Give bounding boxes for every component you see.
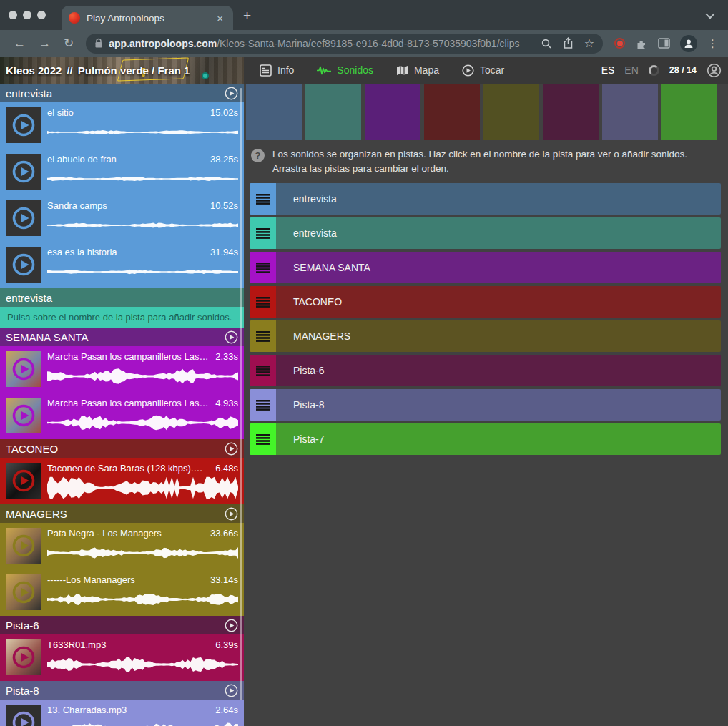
clip-waveform[interactable] (47, 476, 238, 499)
browser-menu-icon[interactable]: ⋮ (707, 37, 718, 50)
clip-thumbnail[interactable] (6, 398, 41, 433)
clip-play-icon[interactable] (11, 112, 36, 138)
clip-waveform[interactable] (47, 588, 238, 611)
clip-play-icon[interactable] (11, 205, 36, 231)
window-zoom-button[interactable] (37, 11, 46, 19)
record-indicator-icon[interactable] (614, 38, 625, 49)
clip-thumbnail[interactable] (6, 200, 41, 236)
tab-search-chevron-icon[interactable] (706, 9, 715, 19)
sidebar-track-header[interactable]: Pista-8 (0, 681, 244, 700)
profile-avatar[interactable] (680, 35, 697, 52)
track-drag-handle[interactable] (250, 423, 276, 455)
clip-play-icon[interactable] (11, 468, 36, 494)
clip-item[interactable]: Sandra camps10.52s (0, 195, 244, 242)
sidebar-track-header[interactable]: TACONEO (0, 439, 244, 458)
track-drag-handle[interactable] (250, 286, 276, 318)
track-pad-entrevista[interactable] (305, 84, 361, 140)
side-panel-icon[interactable] (658, 38, 670, 49)
browser-tab[interactable]: Play Antropoloops × (62, 6, 233, 30)
zoom-icon[interactable] (541, 38, 552, 49)
clip-thumbnail[interactable] (6, 705, 41, 726)
track-row[interactable]: Pista-8 (250, 389, 721, 421)
clip-play-icon[interactable] (11, 356, 36, 382)
clip-waveform[interactable] (47, 411, 238, 434)
clip-waveform[interactable] (47, 214, 238, 237)
track-drag-handle[interactable] (250, 252, 276, 283)
clip-thumbnail[interactable] (6, 247, 41, 283)
track-play-button[interactable] (225, 87, 238, 100)
clip-play-icon[interactable] (11, 252, 36, 278)
track-row[interactable]: Pista-7 (250, 423, 721, 455)
clip-item[interactable]: ------Los Mananagers33.14s (0, 569, 244, 616)
track-row[interactable]: SEMANA SANTA (250, 252, 721, 283)
track-pad-semana-santa[interactable] (365, 84, 420, 140)
clip-thumbnail[interactable] (6, 107, 41, 143)
clip-thumbnail[interactable] (6, 574, 41, 610)
extensions-puzzle-icon[interactable] (635, 37, 648, 50)
window-close-button[interactable] (9, 11, 17, 19)
track-pad-pista-7[interactable] (661, 84, 717, 140)
track-row[interactable]: Pista-6 (250, 355, 721, 386)
clip-thumbnail[interactable] (6, 639, 41, 675)
track-pad-pista-6[interactable] (543, 84, 599, 140)
nav-tab-tocar[interactable]: Tocar (462, 64, 504, 77)
track-play-button[interactable] (225, 442, 238, 456)
tab-close-icon[interactable]: × (214, 11, 226, 25)
lang-es-button[interactable]: ES (601, 64, 615, 76)
clip-waveform[interactable] (47, 653, 238, 676)
clip-play-icon[interactable] (11, 579, 36, 605)
forward-button[interactable]: → (32, 36, 57, 51)
share-icon[interactable] (563, 37, 574, 49)
clip-waveform[interactable] (47, 541, 238, 564)
sidebar-track-header[interactable]: MANAGERS (0, 504, 244, 523)
clip-play-icon[interactable] (11, 159, 36, 185)
track-pad-taconeo[interactable] (424, 84, 480, 140)
clip-thumbnail[interactable] (6, 154, 41, 190)
clip-play-icon[interactable] (11, 710, 36, 726)
track-drag-handle[interactable] (250, 320, 276, 352)
track-play-button[interactable] (225, 619, 238, 632)
clip-thumbnail[interactable] (6, 463, 41, 499)
clip-item[interactable]: Marcha Pasan los campanilleros Las Mejor… (0, 393, 244, 439)
track-drag-handle[interactable] (250, 355, 276, 386)
clip-waveform[interactable] (47, 718, 238, 726)
track-row[interactable]: MANAGERS (250, 320, 721, 352)
clip-waveform[interactable] (47, 260, 238, 283)
clip-item[interactable]: 13. Charradas.mp32.64s (0, 700, 244, 726)
track-pad-pista-8[interactable] (602, 84, 658, 140)
address-bar[interactable]: app.antropoloops.com/Kleos-Santa-Marina/… (86, 34, 603, 54)
clip-waveform[interactable] (47, 365, 238, 388)
clip-item[interactable]: Pata Negra - Los Managers33.66s (0, 523, 244, 569)
clip-play-icon[interactable] (11, 533, 36, 559)
back-button[interactable]: ← (7, 36, 32, 51)
clip-thumbnail[interactable] (6, 351, 41, 387)
account-icon[interactable] (707, 63, 722, 78)
clip-item[interactable]: el abuelo de fran38.25s (0, 149, 244, 195)
project-banner[interactable]: Kleos 2022 // Pulmón verde / Fran 1 (0, 57, 244, 84)
clip-item[interactable]: el sitio15.02s (0, 102, 244, 149)
clip-item[interactable]: Taconeo de Sara Baras (128 kbps).mp36.48… (0, 458, 244, 504)
clip-item[interactable]: T633R01.mp36.39s (0, 634, 244, 681)
clip-thumbnail[interactable] (6, 528, 41, 564)
sidebar-track-header[interactable]: entrevista (0, 288, 244, 307)
nav-tab-info[interactable]: Info (260, 64, 294, 77)
track-row[interactable]: entrevista (250, 183, 721, 215)
clip-item[interactable]: Marcha Pasan los campanilleros Las Mejor… (0, 346, 244, 393)
track-play-button[interactable] (225, 684, 238, 697)
clip-waveform[interactable] (47, 121, 238, 144)
clip-play-icon[interactable] (11, 644, 36, 670)
track-pad-managers[interactable] (483, 84, 539, 140)
track-drag-handle[interactable] (250, 217, 276, 249)
nav-tab-sonidos[interactable]: Sonidos (317, 64, 373, 76)
track-pad-entrevista[interactable] (246, 84, 302, 140)
track-row[interactable]: entrevista (250, 217, 721, 249)
clip-item[interactable]: esa es la historia31.94s (0, 242, 244, 288)
track-play-button[interactable] (225, 330, 238, 344)
sidebar-track-header[interactable]: Pista-6 (0, 616, 244, 634)
track-drag-handle[interactable] (250, 389, 276, 421)
track-drag-handle[interactable] (250, 183, 276, 215)
clip-waveform[interactable] (47, 167, 238, 190)
window-minimize-button[interactable] (23, 11, 31, 19)
new-tab-button[interactable]: + (243, 9, 251, 22)
nav-tab-mapa[interactable]: Mapa (396, 64, 439, 76)
